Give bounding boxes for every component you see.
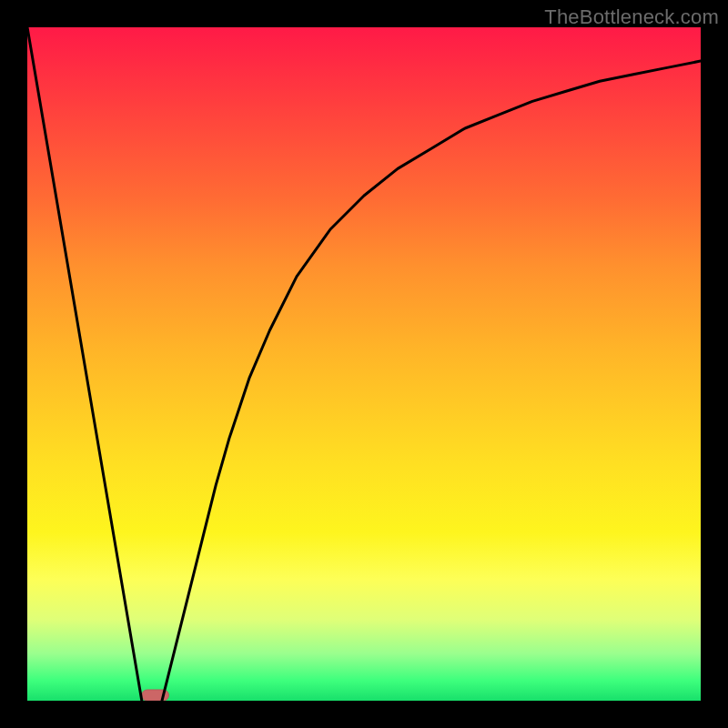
plot-area [27, 27, 701, 701]
watermark-text: TheBottleneck.com [544, 5, 719, 29]
curve-right-curve [162, 61, 701, 701]
chart-frame: TheBottleneck.com [0, 0, 728, 728]
chart-svg [27, 27, 701, 701]
curve-left-slope [27, 27, 142, 701]
